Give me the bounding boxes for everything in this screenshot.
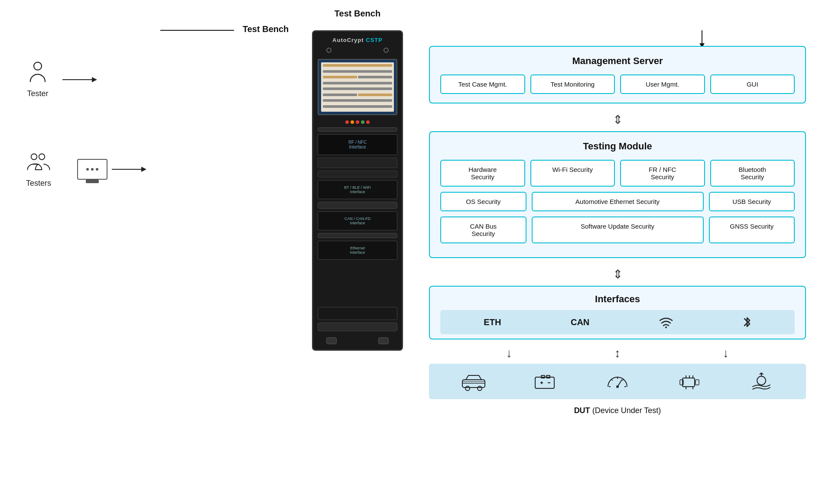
ethernet-module: EthernetInterface [318,241,397,260]
can-canfd-module: CAN / CAN-FDInterface [318,211,397,230]
connector-area: Test Bench [429,22,806,46]
screen-line [358,76,392,78]
engine-icon [676,370,703,393]
screen-line [323,64,392,67]
interfaces-title: Interfaces [440,294,795,305]
screen-line [323,87,392,90]
bt-ble-wifi-module: BT / BLE / WiFiInterface [318,180,397,199]
screen-line [323,82,392,84]
server-rack: AutoCrypt CSTP [312,30,403,351]
testers-arrow-monitor [64,159,146,180]
rack-unit3 [318,233,397,238]
mgmt-item-gui: GUI [710,74,795,94]
svg-rect-12 [462,380,485,388]
arrow-down-2: ↓ [723,346,729,360]
screen-line [323,105,392,108]
indicator-row [318,120,397,124]
rack-hooks [318,48,397,53]
svg-point-0 [34,62,42,70]
double-arrow-2: ⇕ [429,268,806,281]
testers-arrow2 [112,164,146,174]
indicator-green [361,120,364,124]
rack-feet [318,337,397,344]
bluetooth-interface [743,315,751,329]
svg-point-11 [665,326,667,328]
testing-module-box: Testing Module HardwareSecurity Wi-Fi Se… [429,131,806,258]
svg-rect-30 [682,378,695,387]
rack-hook-right [384,48,389,53]
rack-unit1 [318,127,397,132]
bluetooth-icon [743,315,751,329]
dut-label: DUT (Device Under Test) [574,406,661,415]
main-container: Tester [0,0,832,504]
management-server-box: Management Server Test Case Mgmt. Test M… [429,46,806,103]
mgmt-item-test-case: Test Case Mgmt. [440,74,525,94]
arrow-updown: ↕ [614,346,621,360]
rack-slot2 [318,171,397,178]
wifi-security: Wi-Fi Security [530,160,615,187]
bluetooth-security: BluetoothSecurity [710,160,795,187]
rack-foot-left [326,337,337,344]
can-bus-security: CAN BusSecurity [440,216,526,243]
monitor-box [77,159,107,180]
car-icon [460,370,488,393]
underwater-icon [748,370,775,393]
mgmt-server-title: Management Server [440,55,795,67]
rack-slot1 [318,158,397,168]
testing-module-row1: HardwareSecurity Wi-Fi Security FR / NFC… [440,160,795,187]
dut-icons-row [429,364,806,399]
svg-point-13 [465,386,470,391]
double-arrow-1: ⇕ [429,114,806,126]
dot1 [86,168,89,171]
mgmt-item-test-monitoring: Test Monitoring [530,74,615,94]
tester-label: Tester [27,89,48,98]
rack-unit2 [318,202,397,209]
test-bench-label: Test Bench [335,9,380,18]
hardware-security: HardwareSecurity [440,160,525,187]
svg-rect-17 [535,377,554,388]
svg-line-28 [611,379,613,381]
tester-row: Tester [26,61,97,98]
svg-point-38 [757,376,766,385]
rack-unit4 [318,307,397,320]
dut-section: ↓ ↕ ↓ [429,346,806,415]
testing-module-row2: OS Security Automotive Ethernet Security… [440,192,795,211]
interfaces-box: Interfaces ETH CAN [429,286,806,339]
screen-line [323,99,392,102]
rack-unit5 [318,323,397,331]
svg-marker-10 [699,43,705,46]
can-interface: CAN [571,317,589,327]
svg-line-29 [622,379,624,381]
svg-marker-6 [141,167,146,172]
rack-hook-left [326,48,332,53]
dut-arrows-row: ↓ ↕ ↓ [429,346,806,360]
screen-content [321,62,394,112]
monitor-dots [86,168,98,171]
indicator-red2 [356,120,359,124]
mgmt-server-grid: Test Case Mgmt. Test Monitoring User Mgm… [440,74,795,94]
automotive-ethernet-security: Automotive Ethernet Security [532,192,704,211]
can-label: CAN [571,317,589,327]
svg-point-3 [31,154,37,160]
usb-security: USB Security [709,192,795,211]
tester-figure: Tester [26,61,49,98]
svg-point-24 [616,385,619,388]
rack-container: Test Bench AutoCrypt CSTP [312,30,403,351]
testing-module-title: Testing Module [440,141,795,152]
eth-label: ETH [484,317,501,327]
fr-nfc-security: FR / NFCSecurity [620,160,705,187]
wifi-icon [659,316,673,328]
rack-screen [318,59,397,115]
testers-figure: Testers [26,150,51,188]
screen-line [323,94,357,96]
os-security: OS Security [440,192,526,211]
software-update-security: Software Update Security [532,216,704,243]
tester-icon [26,61,49,86]
svg-point-14 [478,386,482,391]
mgmt-item-user-mgmt: User Mgmt. [620,74,705,94]
speedometer-icon [604,370,631,393]
dot3 [96,168,98,171]
screen-line [358,94,392,96]
indicator-red3 [366,120,370,124]
battery-icon [532,370,559,393]
